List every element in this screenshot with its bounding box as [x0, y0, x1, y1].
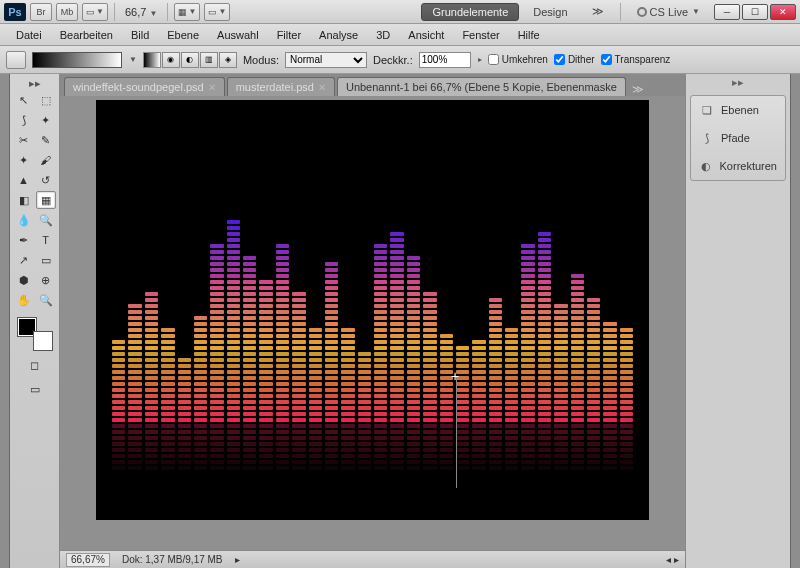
screen-mode-button[interactable]: ▭▼	[82, 3, 108, 21]
status-more-icon[interactable]: ▸	[235, 554, 240, 565]
dither-checkbox[interactable]: Dither	[554, 54, 595, 65]
document-tab[interactable]: windeffekt-soundpegel.psd✕	[64, 77, 225, 96]
transparency-checkbox[interactable]: Transparenz	[601, 54, 671, 65]
menu-ansicht[interactable]: Ansicht	[400, 26, 452, 44]
dodge-tool[interactable]: 🔍	[36, 211, 56, 229]
eraser-tool[interactable]: ◧	[14, 191, 34, 209]
3d-tool[interactable]: ⬢	[14, 271, 34, 289]
pen-tool[interactable]: ✒	[14, 231, 34, 249]
tool-preset-picker[interactable]	[6, 51, 26, 69]
workspace-grundelemente[interactable]: Grundelemente	[421, 3, 519, 21]
right-dock-strip[interactable]	[790, 74, 800, 568]
eq-bar	[276, 242, 289, 470]
minimize-button[interactable]: ─	[714, 4, 740, 20]
angle-gradient-icon[interactable]: ◐	[181, 52, 199, 68]
panel-korrekturen[interactable]: ◐Korrekturen	[691, 152, 785, 180]
close-button[interactable]: ✕	[770, 4, 796, 20]
right-panel: ▸▸ ❏Ebenen ⟆Pfade ◐Korrekturen	[685, 74, 790, 568]
quickmask-button[interactable]: ◻	[25, 356, 45, 374]
marquee-tool[interactable]: ⬚	[36, 91, 56, 109]
wand-tool[interactable]: ✦	[36, 111, 56, 129]
gradient-drag-line	[456, 378, 457, 488]
background-color[interactable]	[34, 332, 52, 350]
shape-tool[interactable]: ▭	[36, 251, 56, 269]
bridge-button[interactable]: Br	[30, 3, 52, 21]
eq-bar	[489, 296, 502, 470]
eq-bar	[112, 338, 125, 470]
move-tool[interactable]: ↖	[14, 91, 34, 109]
close-icon[interactable]: ✕	[318, 82, 326, 93]
eq-bar	[456, 344, 469, 470]
status-dok[interactable]: Dok: 1,37 MB/9,17 MB	[122, 554, 223, 565]
maximize-button[interactable]: ☐	[742, 4, 768, 20]
brush-tool[interactable]: 🖌	[36, 151, 56, 169]
menu-analyse[interactable]: Analyse	[311, 26, 366, 44]
adjustments-icon: ◐	[699, 158, 714, 174]
healing-tool[interactable]: ✦	[14, 151, 34, 169]
menu-3d[interactable]: 3D	[368, 26, 398, 44]
history-brush-tool[interactable]: ↺	[36, 171, 56, 189]
document-tab[interactable]: Unbenannt-1 bei 66,7% (Ebene 5 Kopie, Eb…	[337, 77, 626, 96]
arrange-button[interactable]: ▦▼	[174, 3, 200, 21]
lasso-tool[interactable]: ⟆	[14, 111, 34, 129]
eq-bar	[440, 332, 453, 470]
stamp-tool[interactable]: ▲	[14, 171, 34, 189]
workspace-more-button[interactable]: ≫	[582, 3, 614, 20]
eq-bar	[341, 326, 354, 470]
close-icon[interactable]: ✕	[208, 82, 216, 93]
opacity-field[interactable]: 100%	[419, 52, 471, 68]
gradient-picker[interactable]	[32, 52, 122, 68]
eyedropper-tool[interactable]: ✎	[36, 131, 56, 149]
opacity-label: Deckkr.:	[373, 54, 413, 66]
paths-icon: ⟆	[699, 130, 715, 146]
hand-tool[interactable]: ✋	[14, 291, 34, 309]
document-canvas[interactable]: +	[96, 100, 649, 520]
panel-ebenen[interactable]: ❏Ebenen	[691, 96, 785, 124]
minibridge-button[interactable]: Mb	[56, 3, 78, 21]
workspace-design[interactable]: Design	[523, 4, 577, 20]
screenmode-tool-button[interactable]: ▭	[25, 380, 45, 398]
toolbox-collapse-icon[interactable]: ▸▸	[15, 78, 55, 88]
linear-gradient-icon[interactable]	[143, 52, 161, 68]
gradient-tool[interactable]: ▦	[36, 191, 56, 209]
reverse-checkbox[interactable]: Umkehren	[488, 54, 548, 65]
menu-fenster[interactable]: Fenster	[454, 26, 507, 44]
menu-bearbeiten[interactable]: Bearbeiten	[52, 26, 121, 44]
zoom-tool[interactable]: 🔍	[36, 291, 56, 309]
menu-bild[interactable]: Bild	[123, 26, 157, 44]
type-tool[interactable]: T	[36, 231, 56, 249]
color-swatches[interactable]	[18, 318, 52, 350]
zoom-level[interactable]: 66,7 ▼	[121, 6, 162, 18]
more-tabs-button[interactable]: ≫	[628, 83, 648, 96]
eq-bar	[128, 302, 141, 470]
path-tool[interactable]: ↗	[14, 251, 34, 269]
menu-auswahl[interactable]: Auswahl	[209, 26, 267, 44]
diamond-gradient-icon[interactable]: ◈	[219, 52, 237, 68]
crop-tool[interactable]: ✂	[14, 131, 34, 149]
eq-bar	[620, 326, 633, 470]
left-dock-strip[interactable]	[0, 74, 10, 568]
document-tab[interactable]: musterdatei.psd✕	[227, 77, 335, 96]
menu-datei[interactable]: Datei	[8, 26, 50, 44]
blend-mode-select[interactable]: Normal	[285, 52, 367, 68]
menu-ebene[interactable]: Ebene	[159, 26, 207, 44]
eq-bar	[145, 290, 158, 470]
status-zoom[interactable]: 66,67%	[66, 553, 110, 567]
mode-label: Modus:	[243, 54, 279, 66]
gradient-type-group: ◉ ◐ ▥ ◈	[143, 52, 237, 68]
radial-gradient-icon[interactable]: ◉	[162, 52, 180, 68]
3d-camera-tool[interactable]: ⊕	[36, 271, 56, 289]
cs-live-button[interactable]: CS Live▼	[627, 4, 710, 20]
eq-bar	[538, 230, 551, 470]
panel-collapse-icon[interactable]: ▸▸	[686, 74, 790, 91]
canvas-area[interactable]: +	[60, 96, 685, 550]
workspace: windeffekt-soundpegel.psd✕musterdatei.ps…	[60, 74, 685, 568]
menu-hilfe[interactable]: Hilfe	[510, 26, 548, 44]
toolbox: ▸▸ ↖⬚⟆✦✂✎✦🖌▲↺◧▦💧🔍✒T↗▭⬢⊕✋🔍 ◻ ▭	[10, 74, 60, 568]
extras-button[interactable]: ▭▼	[204, 3, 230, 21]
menu-filter[interactable]: Filter	[269, 26, 309, 44]
eq-bar	[210, 242, 223, 470]
panel-pfade[interactable]: ⟆Pfade	[691, 124, 785, 152]
blur-tool[interactable]: 💧	[14, 211, 34, 229]
reflected-gradient-icon[interactable]: ▥	[200, 52, 218, 68]
